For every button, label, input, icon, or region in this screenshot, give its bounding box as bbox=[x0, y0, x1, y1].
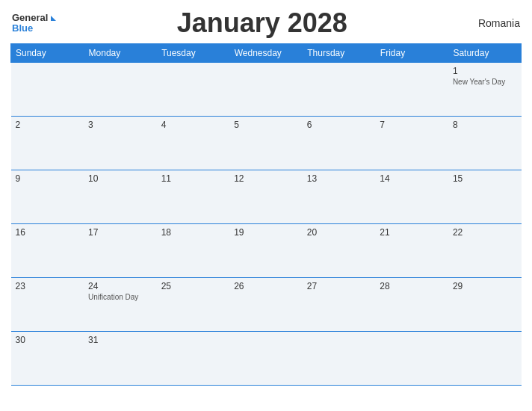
calendar-cell bbox=[229, 63, 303, 117]
calendar-container: General Blue January 2028 Romania Sunday… bbox=[0, 0, 532, 411]
calendar-week-row: 1New Year's Day bbox=[11, 63, 522, 117]
calendar-cell: 22 bbox=[448, 224, 522, 278]
day-number: 12 bbox=[234, 173, 298, 184]
calendar-cell: 9 bbox=[11, 170, 84, 224]
day-number: 13 bbox=[307, 173, 371, 184]
calendar-cell: 31 bbox=[84, 332, 157, 386]
logo: General Blue bbox=[12, 13, 56, 34]
calendar-cell: 5 bbox=[229, 117, 303, 170]
day-number: 4 bbox=[161, 120, 226, 130]
calendar-week-row: 16171819202122 bbox=[11, 224, 522, 278]
col-header-sunday: Sunday bbox=[11, 44, 84, 63]
calendar-cell: 20 bbox=[303, 224, 376, 278]
logo-general-text: General bbox=[12, 13, 48, 23]
calendar-cell: 8 bbox=[448, 117, 522, 170]
col-header-monday: Monday bbox=[84, 44, 157, 63]
calendar-cell bbox=[448, 332, 522, 386]
day-number: 24 bbox=[88, 281, 152, 291]
day-number: 27 bbox=[307, 281, 371, 291]
calendar-body: 1New Year's Day2345678910111213141516171… bbox=[11, 63, 522, 386]
calendar-cell: 15 bbox=[448, 170, 522, 224]
calendar-header-row: SundayMondayTuesdayWednesdayThursdayFrid… bbox=[11, 44, 522, 63]
day-number: 2 bbox=[16, 120, 80, 130]
day-number: 1 bbox=[453, 66, 517, 76]
day-number: 30 bbox=[16, 335, 80, 345]
day-number: 28 bbox=[380, 281, 444, 291]
calendar-cell bbox=[375, 63, 448, 117]
calendar-cell: 10 bbox=[84, 170, 157, 224]
calendar-cell: 28 bbox=[375, 278, 448, 332]
calendar-cell: 29 bbox=[448, 278, 522, 332]
calendar-cell: 18 bbox=[157, 224, 230, 278]
calendar-cell bbox=[229, 332, 303, 386]
day-number: 11 bbox=[161, 173, 226, 184]
calendar-header: General Blue January 2028 Romania bbox=[10, 7, 522, 39]
day-number: 31 bbox=[88, 335, 152, 345]
holiday-name: New Year's Day bbox=[453, 78, 517, 86]
calendar-cell: 17 bbox=[84, 224, 157, 278]
day-number: 16 bbox=[16, 227, 80, 238]
calendar-cell bbox=[84, 63, 157, 117]
col-header-thursday: Thursday bbox=[303, 44, 376, 63]
calendar-week-row: 3031 bbox=[11, 332, 522, 386]
calendar-week-row: 2324Unification Day2526272829 bbox=[11, 278, 522, 332]
calendar-cell: 14 bbox=[375, 170, 448, 224]
calendar-cell bbox=[375, 332, 448, 386]
calendar-cell bbox=[157, 63, 230, 117]
logo-blue-text: Blue bbox=[12, 23, 33, 34]
calendar-cell: 25 bbox=[157, 278, 230, 332]
day-number: 7 bbox=[380, 120, 444, 130]
day-number: 8 bbox=[453, 120, 517, 130]
calendar-cell bbox=[11, 63, 84, 117]
day-number: 20 bbox=[307, 227, 371, 238]
calendar-cell: 4 bbox=[157, 117, 230, 170]
day-number: 5 bbox=[234, 120, 298, 130]
calendar-cell bbox=[303, 332, 376, 386]
calendar-cell: 3 bbox=[84, 117, 157, 170]
logo-triangle-icon bbox=[51, 16, 56, 21]
holiday-name: Unification Day bbox=[88, 293, 152, 301]
day-number: 6 bbox=[307, 120, 371, 130]
calendar-cell: 6 bbox=[303, 117, 376, 170]
col-header-wednesday: Wednesday bbox=[229, 44, 303, 63]
calendar-week-row: 2345678 bbox=[11, 117, 522, 170]
calendar-cell bbox=[157, 332, 230, 386]
calendar-cell: 23 bbox=[11, 278, 84, 332]
day-number: 9 bbox=[16, 173, 80, 184]
calendar-cell: 26 bbox=[229, 278, 303, 332]
calendar-cell: 19 bbox=[229, 224, 303, 278]
day-number: 18 bbox=[161, 227, 226, 238]
day-number: 17 bbox=[88, 227, 152, 238]
calendar-cell bbox=[303, 63, 376, 117]
calendar-title: January 2028 bbox=[56, 7, 468, 39]
calendar-cell: 13 bbox=[303, 170, 376, 224]
calendar-cell: 12 bbox=[229, 170, 303, 224]
day-number: 23 bbox=[16, 281, 80, 291]
col-header-saturday: Saturday bbox=[448, 44, 522, 63]
day-number: 22 bbox=[453, 227, 517, 238]
day-number: 21 bbox=[380, 227, 444, 238]
day-number: 14 bbox=[380, 173, 444, 184]
calendar-cell: 2 bbox=[11, 117, 84, 170]
col-header-friday: Friday bbox=[375, 44, 448, 63]
day-number: 19 bbox=[234, 227, 298, 238]
calendar-cell: 24Unification Day bbox=[84, 278, 157, 332]
calendar-cell: 11 bbox=[157, 170, 230, 224]
calendar-cell: 30 bbox=[11, 332, 84, 386]
calendar-cell: 27 bbox=[303, 278, 376, 332]
day-number: 10 bbox=[88, 173, 152, 184]
calendar-cell: 1New Year's Day bbox=[448, 63, 522, 117]
calendar-cell: 21 bbox=[375, 224, 448, 278]
day-number: 3 bbox=[88, 120, 152, 130]
day-number: 29 bbox=[453, 281, 517, 291]
day-number: 25 bbox=[161, 281, 226, 291]
col-header-tuesday: Tuesday bbox=[157, 44, 230, 63]
country-label: Romania bbox=[468, 17, 520, 29]
calendar-cell: 16 bbox=[11, 224, 84, 278]
day-number: 26 bbox=[234, 281, 298, 291]
calendar-table: SundayMondayTuesdayWednesdayThursdayFrid… bbox=[10, 43, 522, 386]
calendar-cell: 7 bbox=[375, 117, 448, 170]
calendar-week-row: 9101112131415 bbox=[11, 170, 522, 224]
day-number: 15 bbox=[453, 173, 517, 184]
